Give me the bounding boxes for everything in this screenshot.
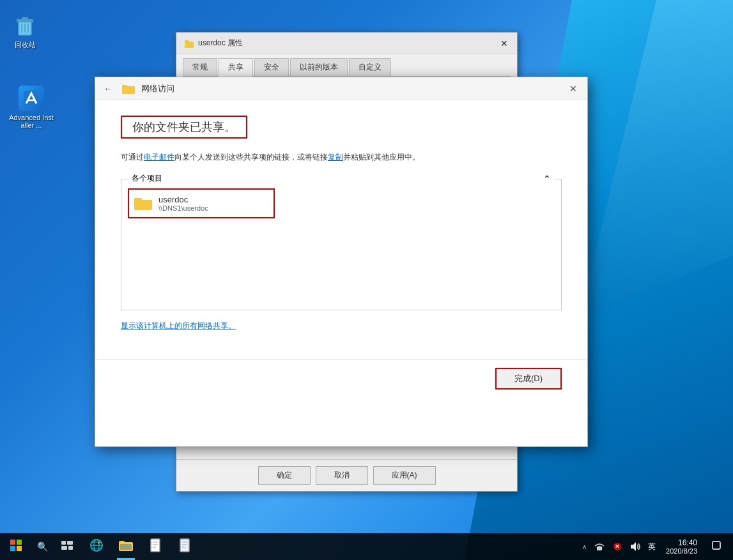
apply-button[interactable]: 应用(A) <box>373 466 436 485</box>
tray-expand-arrow[interactable]: ∧ <box>579 533 589 560</box>
share-description: 可通过电子邮件向某个人发送到这些共享项的链接，或将链接复制并粘贴到其他应用中。 <box>121 151 562 163</box>
clock-time: 16:40 <box>678 538 697 547</box>
properties-title: userdoc 属性 <box>184 38 243 49</box>
properties-tabs: 常规 共享 安全 以前的版本 自定义 <box>176 54 517 76</box>
svg-rect-17 <box>17 546 22 551</box>
taskbar-search-button[interactable]: 🔍 <box>32 533 52 560</box>
svg-rect-14 <box>10 540 15 545</box>
taskbar-task-view-button[interactable] <box>52 533 82 560</box>
svg-marker-40 <box>631 542 636 551</box>
network-dialog-body: 你的文件夹已共享。 可通过电子邮件向某个人发送到这些共享项的链接，或将链接复制并… <box>95 100 587 359</box>
tab-sharing[interactable]: 共享 <box>219 58 253 77</box>
taskbar-notepad1-button[interactable] <box>141 533 170 560</box>
items-section-header: 各个项目 ⌃ <box>128 173 555 184</box>
done-button[interactable]: 完成(D) <box>495 368 562 390</box>
tray-network-icon[interactable] <box>592 533 607 560</box>
notepad1-icon <box>150 538 161 555</box>
items-list: userdoc \\DNS1\userdoc <box>128 188 555 303</box>
desktop-icon-recycle-bin[interactable]: 回收站 <box>10 10 40 52</box>
collapse-icon[interactable]: ⌃ <box>543 174 551 184</box>
show-all-shares-link[interactable]: 显示该计算机上的所有网络共享。 <box>121 321 236 331</box>
cancel-button[interactable]: 取消 <box>316 466 368 485</box>
taskbar-ie-button[interactable]: e <box>82 533 111 560</box>
explorer-icon <box>119 540 133 554</box>
network-dialog-title: 网络访问 <box>141 83 174 95</box>
taskbar-explorer-button[interactable] <box>111 533 141 560</box>
svg-rect-18 <box>61 541 66 545</box>
language-indicator[interactable]: 英 <box>645 541 658 552</box>
description-text-mid: 向某个人发送到这些共享项的链接，或将链接 <box>174 153 328 162</box>
task-view-icon <box>61 541 73 552</box>
svg-rect-2 <box>22 17 28 20</box>
items-section: 各个项目 ⌃ userdoc \\D <box>121 179 562 310</box>
taskbar-tray: ∧ ✕ 英 <box>579 533 733 560</box>
advanced-installer-label: Advanced Installer ... <box>9 114 54 129</box>
taskbar-notepad2-button[interactable] <box>170 533 199 560</box>
recycle-bin-label: 回收站 <box>15 40 36 50</box>
svg-rect-28 <box>120 544 132 550</box>
tab-general[interactable]: 常规 <box>183 58 217 76</box>
shared-item-userdoc[interactable]: userdoc \\DNS1\userdoc <box>128 188 275 218</box>
tab-customize[interactable]: 自定义 <box>349 58 391 76</box>
properties-close-button[interactable]: ✕ <box>499 38 509 49</box>
properties-footer: 确定 取消 应用(A) <box>176 459 517 491</box>
svg-rect-21 <box>68 546 73 550</box>
item-path: \\DNS1\userdoc <box>158 204 268 212</box>
recycle-bin-icon <box>12 12 38 38</box>
network-title-left: ← 网络访问 <box>100 81 174 96</box>
tray-warning-indicator[interactable]: ✕ <box>610 533 625 560</box>
svg-rect-41 <box>713 541 720 549</box>
taskbar: 🔍 e <box>0 533 733 560</box>
network-access-dialog: ← 网络访问 ✕ 你的文件夹已共享。 可 <box>95 77 588 447</box>
svg-rect-27 <box>119 541 125 544</box>
search-icon: 🔍 <box>37 541 48 552</box>
clock-date: 2020/8/23 <box>666 547 697 555</box>
svg-rect-19 <box>67 541 73 545</box>
svg-rect-20 <box>61 546 67 550</box>
item-name: userdoc <box>158 195 268 204</box>
windows-icon <box>10 540 22 554</box>
ok-button[interactable]: 确定 <box>258 466 311 485</box>
tab-security[interactable]: 安全 <box>254 58 289 76</box>
network-dialog-footer: 完成(D) <box>95 359 587 397</box>
close-icon: ✕ <box>569 84 577 94</box>
network-back-button[interactable]: ← <box>100 81 116 96</box>
ie-icon: e <box>89 538 104 555</box>
svg-rect-13 <box>134 198 142 202</box>
network-close-button[interactable]: ✕ <box>564 80 582 98</box>
description-text-before: 可通过 <box>121 153 144 162</box>
properties-titlebar: userdoc 属性 ✕ <box>176 33 517 54</box>
svg-text:e: e <box>98 540 100 545</box>
notepad2-icon <box>179 538 190 555</box>
tab-previous-versions[interactable]: 以前的版本 <box>290 58 348 76</box>
shared-success-title: 你的文件夹已共享。 <box>132 119 236 135</box>
item-info: userdoc \\DNS1\userdoc <box>158 195 268 212</box>
email-link[interactable]: 电子邮件 <box>144 153 174 162</box>
desktop-icon-advanced-installer[interactable]: Advanced Installer ... <box>6 83 56 132</box>
svg-rect-16 <box>10 546 15 551</box>
svg-rect-8 <box>185 42 194 48</box>
description-text-end: 并粘贴到其他应用中。 <box>343 153 420 162</box>
advanced-installer-icon <box>19 86 44 111</box>
taskbar-notification-button[interactable] <box>705 533 728 560</box>
svg-rect-15 <box>17 540 22 545</box>
taskbar-clock[interactable]: 16:40 2020/8/23 <box>661 533 702 560</box>
svg-rect-9 <box>185 40 189 42</box>
svg-text:✕: ✕ <box>615 543 620 550</box>
notification-icon <box>712 541 721 553</box>
titlebar-controls: ✕ <box>499 38 509 49</box>
network-folder-icon <box>122 82 135 95</box>
items-section-title: 各个项目 <box>132 173 162 184</box>
network-dialog-titlebar: ← 网络访问 ✕ <box>95 77 587 100</box>
svg-rect-11 <box>122 85 127 87</box>
properties-dialog-title: userdoc 属性 <box>198 38 243 49</box>
folder-icon <box>134 196 152 211</box>
copy-link[interactable]: 复制 <box>328 153 343 162</box>
tray-volume-icon[interactable] <box>628 533 643 560</box>
desktop: 回收站 Advanced Installer ... userdoc 属性 <box>0 0 733 560</box>
svg-rect-29 <box>151 539 160 552</box>
back-arrow-icon: ← <box>104 84 112 94</box>
svg-rect-33 <box>180 539 189 552</box>
taskbar-start-button[interactable] <box>0 533 32 560</box>
